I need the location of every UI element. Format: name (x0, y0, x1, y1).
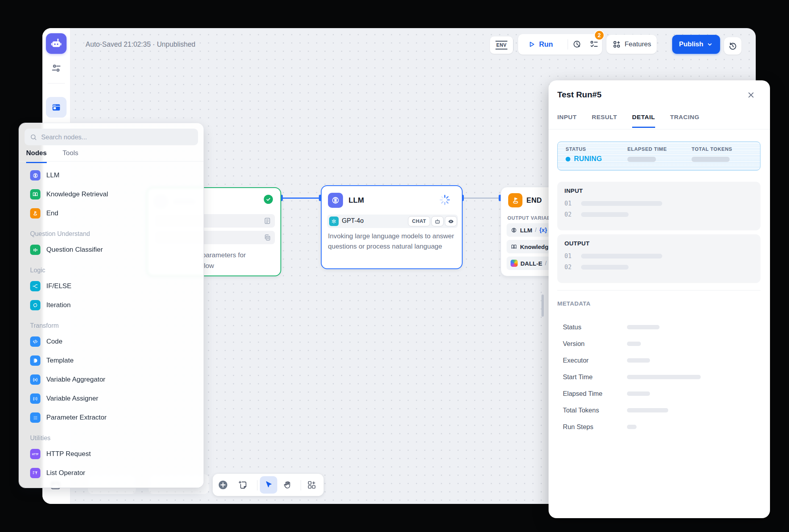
output-title: OUTPUT (564, 240, 589, 247)
value-skeleton (581, 201, 662, 206)
elapsed-time-label: ELAPSED TIME (627, 146, 667, 152)
running-dot-icon (566, 157, 570, 162)
node-item-template[interactable]: Template (25, 351, 198, 370)
start-node-description: parameters for flow (202, 250, 246, 271)
node-item-label: Knowledge Retrieval (46, 190, 108, 198)
tab-input[interactable]: INPUT (557, 114, 577, 128)
metadata-row: Status (557, 319, 760, 335)
code-icon (30, 336, 40, 347)
add-node-button[interactable] (218, 480, 228, 490)
output-card: OUTPUT 01 02 (557, 234, 760, 283)
vision-badge[interactable] (445, 216, 457, 226)
if-else-icon (30, 281, 40, 291)
node-item-if-else[interactable]: IF/ELSE (25, 277, 198, 296)
node-item-label: HTTP Request (46, 450, 91, 458)
node-item-label: End (46, 209, 58, 217)
checklist-button[interactable] (586, 40, 602, 49)
knowledge-retrieval-icon (30, 189, 40, 200)
section-header: Transform (25, 315, 198, 332)
tab-tracing[interactable]: TRACING (670, 114, 699, 128)
canvas-toolbar (213, 474, 324, 496)
checklist-icon (589, 40, 599, 49)
preferences-button[interactable] (50, 62, 62, 74)
iteration-icon (30, 300, 40, 310)
close-button[interactable] (747, 91, 755, 99)
total-tokens-label: TOTAL TOKENS (692, 146, 732, 152)
status-value: RUNING (566, 155, 602, 163)
features-icon (612, 40, 621, 49)
section-header: Logic (25, 259, 198, 277)
tab-result[interactable]: RESULT (592, 114, 617, 128)
node-item-parameter-extractor[interactable]: Parameter Extractor (25, 408, 198, 427)
status-label: STATUS (566, 146, 586, 152)
input-card: INPUT 01 02 (557, 182, 760, 230)
features-button[interactable]: Features (606, 35, 657, 54)
run-history-button[interactable] (568, 40, 586, 49)
node-item-iteration[interactable]: Iteration (25, 296, 198, 315)
node-item-variable-aggregator[interactable]: {x} Variable Aggregator (25, 370, 198, 389)
node-item-label: Template (46, 357, 74, 365)
app-logo[interactable] (46, 33, 67, 54)
topbar-divider (513, 40, 514, 51)
elapsed-time-skeleton (627, 157, 656, 162)
tab-detail[interactable]: DETAIL (632, 114, 655, 128)
robot-icon (434, 218, 441, 225)
chevron-down-icon (706, 41, 713, 48)
agent-badge[interactable] (431, 216, 444, 226)
node-item-label: Variable Assigner (46, 395, 98, 403)
input-row: 02 (564, 211, 629, 218)
toolbar-divider (257, 480, 257, 490)
env-button[interactable]: ENV (490, 36, 513, 54)
list-operator-icon (30, 468, 40, 478)
run-button[interactable]: Run (518, 40, 568, 49)
value-skeleton (581, 212, 629, 217)
node-panel-toggle[interactable] (46, 97, 67, 118)
publish-button[interactable]: Publish (672, 35, 720, 54)
panel-resize-handle[interactable] (541, 294, 544, 317)
node-item-label: List Operator (46, 469, 85, 477)
grid-add-icon (307, 480, 316, 490)
add-note-button[interactable] (238, 480, 248, 490)
node-item-knowledge-retrieval[interactable]: Knowledge Retrieval (25, 185, 198, 204)
value-skeleton (627, 342, 641, 346)
search-box[interactable] (25, 129, 198, 145)
pointer-tool-button[interactable] (260, 476, 277, 494)
variable-assigner-icon: (=) (30, 393, 40, 404)
version-history-button[interactable] (724, 37, 741, 55)
node-item-variable-assigner[interactable]: (=) Variable Assigner (25, 389, 198, 408)
value-skeleton (627, 391, 650, 396)
search-icon (30, 133, 37, 141)
metadata-row: Start Time (557, 369, 760, 385)
organize-nodes-button[interactable] (307, 480, 316, 490)
node-item-llm[interactable]: LLM (25, 166, 198, 185)
value-skeleton (581, 265, 629, 270)
llm-mini-icon (511, 227, 517, 234)
metadata-row: Total Tokens (557, 402, 760, 418)
svg-text:{x}: {x} (33, 378, 38, 382)
output-row: 02 (564, 264, 629, 271)
robot-logo-icon (50, 37, 63, 50)
node-item-question-classifier[interactable]: Question Classifier (25, 240, 198, 259)
node-item-http-request[interactable]: HTTP HTTP Request (25, 445, 198, 464)
close-icon (747, 91, 755, 99)
search-input[interactable] (41, 133, 184, 141)
total-tokens-skeleton (692, 157, 730, 162)
note-add-icon (238, 480, 248, 490)
output-row: 01 (564, 253, 662, 260)
node-item-list-operator[interactable]: List Operator (25, 464, 198, 483)
node-item-label: Parameter Extractor (46, 414, 107, 422)
node-item-code[interactable]: Code (25, 332, 198, 351)
window-icon (51, 102, 62, 113)
dall-e-icon (511, 260, 518, 267)
variable-aggregator-icon: {x} (30, 374, 40, 385)
end-icon (508, 193, 522, 207)
metadata-row: Run Steps (557, 418, 760, 435)
svg-text:(=): (=) (33, 397, 38, 401)
end-node-title: END (526, 196, 542, 205)
node-item-end[interactable]: End (25, 204, 198, 223)
tabs-divider (549, 129, 770, 129)
llm-node[interactable]: LLM GPT-4o CHAT (321, 185, 463, 269)
hand-icon (283, 480, 292, 490)
model-selector-row[interactable]: GPT-4o CHAT (327, 215, 458, 228)
hand-tool-button[interactable] (283, 480, 292, 490)
